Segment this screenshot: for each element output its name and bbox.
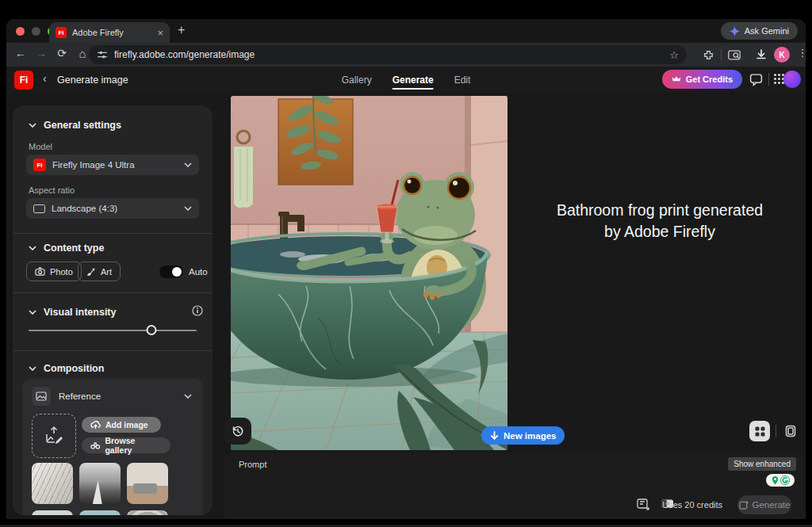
settings-sidebar: General settings Model Fi Firefly Image … bbox=[13, 105, 213, 515]
prompt-label[interactable]: Prompt bbox=[239, 460, 266, 469]
extension-pin-icon bbox=[772, 476, 779, 485]
chevron-down-icon bbox=[29, 123, 36, 128]
general-settings-header[interactable]: General settings bbox=[29, 120, 121, 131]
ask-gemini-button[interactable]: Ask Gemini bbox=[721, 22, 798, 40]
model-select[interactable]: Fi Firefly Image 4 Ultra bbox=[26, 155, 199, 175]
forward-icon[interactable]: → bbox=[33, 47, 49, 59]
new-images-label: New images bbox=[504, 431, 556, 441]
model-label: Model bbox=[29, 142, 52, 151]
firefly-logo[interactable]: Fi bbox=[14, 71, 33, 90]
address-bar[interactable]: firefly.adobe.com/generate/image ☆ bbox=[89, 45, 687, 64]
paintbrush-icon bbox=[86, 267, 96, 277]
reference-thumbnail-living-room[interactable] bbox=[127, 463, 168, 504]
aspect-ratio-select[interactable]: Landscape (4:3) bbox=[26, 198, 199, 219]
generate-button[interactable]: Generate bbox=[737, 495, 791, 514]
info-icon[interactable] bbox=[192, 305, 203, 316]
reload-icon[interactable]: ⟳ bbox=[54, 47, 70, 59]
browser-toolbar: ← → ⟳ ⌂ firefly.adobe.com/generate/image… bbox=[6, 43, 806, 67]
url-text[interactable]: firefly.adobe.com/generate/image bbox=[114, 49, 663, 60]
get-credits-label: Get Credits bbox=[686, 74, 733, 84]
reference-thumbnail-sea-moon[interactable] bbox=[79, 510, 121, 515]
auto-toggle[interactable] bbox=[159, 265, 183, 278]
tab-gallery[interactable]: Gallery bbox=[342, 67, 372, 93]
new-tab-button[interactable]: + bbox=[178, 23, 185, 37]
view-toggle-divider bbox=[776, 425, 776, 437]
single-view-button[interactable] bbox=[783, 423, 799, 439]
visual-intensity-title: Visual intensity bbox=[44, 307, 116, 318]
new-images-button[interactable]: New images bbox=[481, 426, 565, 445]
grid-view-button[interactable] bbox=[749, 421, 770, 441]
single-view-icon bbox=[784, 425, 797, 437]
cloud-upload-icon bbox=[90, 421, 101, 429]
generate-label: Generate bbox=[753, 500, 791, 510]
composition-header[interactable]: Composition bbox=[29, 363, 104, 374]
tab-edit[interactable]: Edit bbox=[454, 67, 471, 93]
bookmark-star-icon[interactable]: ☆ bbox=[669, 49, 679, 61]
art-type-button[interactable]: Art bbox=[78, 262, 121, 281]
chevron-down-icon bbox=[29, 310, 36, 315]
visual-intensity-header[interactable]: Visual intensity bbox=[29, 307, 116, 318]
header-divider bbox=[768, 73, 769, 86]
chevron-down-icon[interactable] bbox=[184, 394, 192, 399]
site-settings-icon[interactable] bbox=[97, 49, 108, 60]
landscape-ratio-icon bbox=[33, 204, 45, 213]
generate-sparkle-icon bbox=[739, 500, 749, 510]
firefly-model-icon: Fi bbox=[33, 158, 46, 171]
browser-tab[interactable]: Fi Adobe Firefly × bbox=[49, 22, 170, 43]
menu-kebab-icon[interactable]: ⋮ bbox=[795, 47, 806, 59]
browser-profile-avatar[interactable]: K bbox=[774, 47, 790, 63]
auto-label: Auto bbox=[189, 267, 208, 277]
prompt-settings-icon[interactable] bbox=[637, 498, 650, 510]
upload-dropzone[interactable] bbox=[32, 414, 76, 458]
traffic-light-minimize[interactable] bbox=[32, 27, 40, 36]
content-type-header[interactable]: Content type bbox=[29, 242, 104, 254]
show-enhanced-chip[interactable]: Show enhanced bbox=[728, 457, 796, 471]
extensions-icon[interactable] bbox=[703, 49, 714, 61]
caption-line-1: Bathroom frog print generated bbox=[557, 201, 763, 219]
generated-image-frog-bathtub[interactable] bbox=[231, 96, 508, 450]
get-credits-button[interactable]: Get Credits bbox=[662, 70, 742, 89]
add-image-label: Add image bbox=[105, 420, 148, 430]
binoculars-icon bbox=[90, 441, 100, 449]
extension-g-icon bbox=[780, 475, 790, 485]
reference-thumbnail-ornate-pattern[interactable] bbox=[127, 510, 168, 515]
gemini-star-icon bbox=[730, 26, 740, 36]
reference-mode-label: Reference bbox=[59, 391, 101, 401]
downloads-icon[interactable] bbox=[755, 48, 768, 61]
firefly-profile-avatar[interactable] bbox=[783, 71, 801, 88]
firefly-header: Fi ‹ Generate image Gallery Generate Edi… bbox=[6, 67, 806, 93]
browser-tab-strip: Fi Adobe Firefly × + Ask Gemini bbox=[6, 19, 806, 43]
photo-type-button[interactable]: Photo bbox=[26, 262, 82, 281]
visual-intensity-slider[interactable] bbox=[29, 330, 197, 331]
history-icon bbox=[232, 425, 244, 437]
reference-thumbnail-bird-sketch[interactable] bbox=[32, 463, 73, 504]
home-icon[interactable]: ⌂ bbox=[75, 47, 90, 60]
back-chevron-icon[interactable]: ‹ bbox=[43, 72, 47, 85]
tab-generate[interactable]: Generate bbox=[393, 67, 434, 93]
tab-close-icon[interactable]: × bbox=[157, 28, 163, 38]
feedback-bubble-icon[interactable] bbox=[749, 73, 763, 86]
ask-gemini-label: Ask Gemini bbox=[745, 26, 789, 36]
prompt-panel: Prompt Show enhanced Uses 20 credits bbox=[224, 453, 806, 519]
add-image-button[interactable]: Add image bbox=[82, 417, 161, 433]
tab-search-icon[interactable] bbox=[728, 49, 741, 61]
slider-knob[interactable] bbox=[146, 325, 156, 335]
browse-gallery-button[interactable]: Browse gallery bbox=[82, 437, 170, 453]
aspect-ratio-value: Landscape (4:3) bbox=[52, 204, 178, 213]
general-settings-title: General settings bbox=[44, 120, 121, 131]
traffic-light-close[interactable] bbox=[16, 27, 25, 36]
upload-image-icon bbox=[43, 425, 65, 447]
reference-thumbnail-green-field[interactable] bbox=[32, 510, 73, 515]
tab-title: Adobe Firefly bbox=[72, 28, 151, 37]
content-type-title: Content type bbox=[44, 242, 104, 254]
model-value: Firefly Image 4 Ultra bbox=[52, 160, 178, 170]
back-icon[interactable]: ← bbox=[13, 47, 29, 59]
history-button[interactable] bbox=[224, 418, 251, 445]
reference-thumbnail-mountain-river[interactable] bbox=[79, 463, 121, 504]
browse-gallery-label: Browse gallery bbox=[105, 436, 162, 455]
extension-widget[interactable] bbox=[766, 474, 795, 487]
main-nav-tabs: Gallery Generate Edit bbox=[342, 67, 471, 93]
toggle-knob bbox=[172, 267, 182, 277]
crown-icon bbox=[672, 74, 681, 84]
reference-card: Reference Add image bbox=[22, 379, 203, 515]
